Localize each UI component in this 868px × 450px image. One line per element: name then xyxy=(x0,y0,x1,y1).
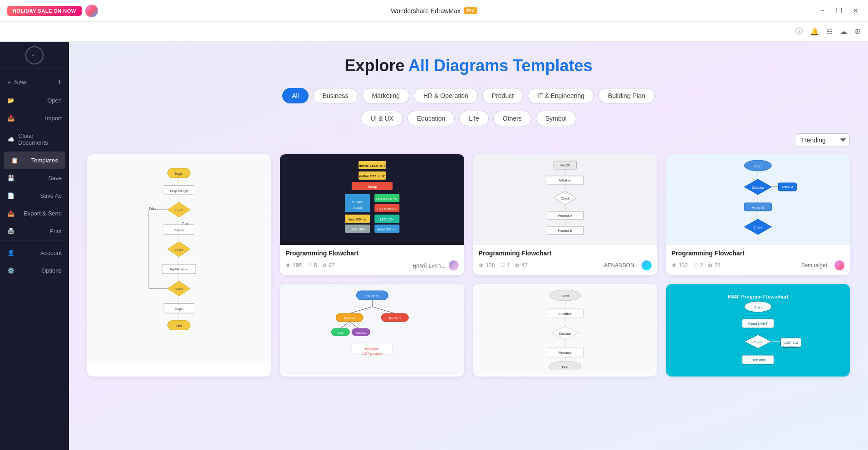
svg-text:loop 200 ms: loop 200 ms xyxy=(348,218,366,221)
sidebar-item-import[interactable]: 📥 Import xyxy=(0,109,69,127)
author-name-4: Samuelget... xyxy=(801,262,832,269)
settings-icon[interactable]: ⚙ xyxy=(854,27,861,36)
card-likes-4: ♡ 2 xyxy=(693,262,703,269)
filter-building[interactable]: Building Plan xyxy=(598,88,655,103)
sidebar-bottom: 👤 Account ⚙️ Options xyxy=(0,240,69,279)
svg-line-84 xyxy=(372,307,395,313)
cloud-icon[interactable]: ☁ xyxy=(840,27,847,36)
sidebar-label-export: Export & Send xyxy=(24,210,62,217)
pro-badge: Pro xyxy=(464,7,477,14)
bell-icon[interactable]: 🔔 xyxy=(810,27,819,36)
author-avatar-3 xyxy=(642,260,652,270)
help-icon[interactable]: ⓘ xyxy=(795,27,803,36)
template-card-1[interactable]: Begin Loop through i < n? Process Check xyxy=(87,154,271,377)
titlebar: HOLIDAY SALE ON NOW Wondershare EdrawMax… xyxy=(0,0,868,22)
title-prefix: Explore xyxy=(344,56,408,75)
filter-row-1: All Business Marketing HR & Operation Pr… xyxy=(87,88,850,103)
template-card-3[interactable]: On/Off Initialize Check Process A P xyxy=(473,154,657,275)
svg-text:Action B: Action B xyxy=(752,206,764,209)
svg-text:LED1 OFF: LED1 OFF xyxy=(349,228,364,231)
sidebar-item-open[interactable]: 📂 Open xyxy=(0,92,69,109)
filter-hr[interactable]: HR & Operation xyxy=(414,88,478,103)
svg-text:LED1 ON: LED1 ON xyxy=(380,218,393,221)
svg-text:Process: Process xyxy=(559,351,572,355)
author-avatar-4 xyxy=(834,260,844,270)
sidebar-item-export[interactable]: 📤 Export & Send xyxy=(0,205,69,222)
sidebar-label-saveas: Save As xyxy=(40,192,62,199)
sidebar-label-cloud: Cloud Documents xyxy=(18,132,62,146)
template-card-6[interactable]: Start Initialize Decision Process End xyxy=(473,284,657,377)
filter-education[interactable]: Education xyxy=(407,111,455,126)
close-button[interactable]: ✕ xyxy=(850,5,861,16)
copy-icon-3: ⧉ xyxy=(515,262,520,269)
svg-text:i < n?: i < n? xyxy=(175,209,183,212)
new-icon: + xyxy=(7,79,11,86)
sidebar-item-saveas[interactable]: 📄 Save As xyxy=(0,187,69,205)
filter-product[interactable]: Product xyxy=(482,88,523,103)
card-footer-4: Programming Flowchart 👁 132 ♡ 2 ⧉ 28 xyxy=(666,245,850,275)
svg-text:Update value: Update value xyxy=(170,268,188,271)
card-image-7: K64F Program Flow-chart Start Read UART … xyxy=(667,285,849,376)
svg-text:Baud Setng: Baud Setng xyxy=(782,346,799,349)
new-plus-icon: + xyxy=(58,78,62,86)
filter-row-2: UI & UX Education Life Others Symbol xyxy=(87,111,850,126)
svg-text:Start: Start xyxy=(754,164,762,168)
flowchart-svg-4: Start Decision Action A Action B xyxy=(675,159,841,240)
save-icon: 💾 xyxy=(7,175,15,181)
filter-symbol[interactable]: Symbol xyxy=(536,111,576,126)
svg-text:Loop through: Loop through xyxy=(170,189,188,193)
svg-text:On/Off: On/Off xyxy=(560,164,570,167)
filter-marketing[interactable]: Marketing xyxy=(363,88,409,103)
sidebar-item-new[interactable]: + New + xyxy=(0,73,69,92)
copy-icon-4: ⧉ xyxy=(708,262,712,269)
holiday-sale-button[interactable]: HOLIDAY SALE ON NOW xyxy=(7,6,82,16)
minimize-button[interactable]: − xyxy=(817,5,828,16)
card-image-5: Student Parents Teachers Math xyxy=(280,284,464,375)
svg-text:ST pins: ST pins xyxy=(352,201,363,204)
card-meta-2: 👁 195 ♡ 5 ⧉ 97 ทุกรณ์ ยะดา... xyxy=(285,260,458,270)
saveas-icon: 📄 xyxy=(7,192,15,199)
sidebar-item-print[interactable]: 🖨️ Print xyxy=(0,222,69,240)
grid-icon[interactable]: ☷ xyxy=(826,27,833,36)
svg-text:Teachers: Teachers xyxy=(388,317,402,320)
svg-line-90 xyxy=(349,322,358,328)
sort-dropdown[interactable]: Trending Newest Most Liked Most Copied xyxy=(795,133,850,147)
filter-all[interactable]: All xyxy=(282,88,309,103)
titlebar-center: Wondershare EdrawMax Pro xyxy=(391,7,477,15)
filter-life[interactable]: Life xyxy=(459,111,489,126)
flowchart-svg-5: Student Parents Teachers Math xyxy=(289,289,455,370)
sidebar-label-open: Open xyxy=(47,97,62,104)
sidebar-label-import: Import xyxy=(45,115,62,122)
svg-text:Parents: Parents xyxy=(344,317,355,320)
filter-ui[interactable]: UI & UX xyxy=(361,111,403,126)
open-icon: 📂 xyxy=(7,97,15,104)
back-button[interactable]: ← xyxy=(25,46,44,64)
svg-text:ST1 = INPUT: ST1 = INPUT xyxy=(377,207,397,210)
filter-it[interactable]: IT & Engineering xyxy=(528,88,594,103)
sidebar-item-templates[interactable]: 📋 Templates xyxy=(4,152,65,169)
svg-text:End: End xyxy=(562,365,568,369)
sidebar-item-cloud[interactable]: ☁️ Cloud Documents xyxy=(0,127,69,152)
filter-others[interactable]: Others xyxy=(493,111,531,126)
maximize-button[interactable]: ☐ xyxy=(834,5,844,16)
card-footer-3: Programming Flowchart 👁 128 ♡ 1 ⧉ 47 xyxy=(473,245,657,275)
sidebar-item-save[interactable]: 💾 Save xyxy=(0,169,69,187)
card-views-4: 👁 132 xyxy=(672,262,688,269)
flowchart-svg-2: define LED1 is 5 define ST1 is 10 Setup … xyxy=(289,159,455,240)
content-area: Explore All Diagrams Templates All Busin… xyxy=(69,42,868,450)
template-card-4[interactable]: Start Decision Action A Action B xyxy=(666,154,850,275)
svg-text:if program: if program xyxy=(365,347,379,351)
eye-icon-4: 👁 xyxy=(672,262,677,269)
sidebar-label-account: Account xyxy=(40,249,62,256)
template-card-5[interactable]: Student Parents Teachers Math xyxy=(280,284,464,377)
template-card-7[interactable]: K64F Program Flow-chart Start Read UART … xyxy=(666,284,850,377)
user-avatar[interactable] xyxy=(85,5,98,17)
svg-text:Start: Start xyxy=(754,305,762,309)
flowchart-svg-3: On/Off Initialize Check Process A P xyxy=(482,159,648,240)
svg-text:Check: Check xyxy=(560,197,569,200)
template-card-2[interactable]: define LED1 is 5 define ST1 is 10 Setup … xyxy=(280,154,464,275)
import-icon: 📥 xyxy=(7,115,15,122)
filter-business[interactable]: Business xyxy=(313,88,358,103)
sidebar-item-account[interactable]: 👤 Account xyxy=(0,244,69,262)
sidebar-item-options[interactable]: ⚙️ Options xyxy=(0,262,69,279)
